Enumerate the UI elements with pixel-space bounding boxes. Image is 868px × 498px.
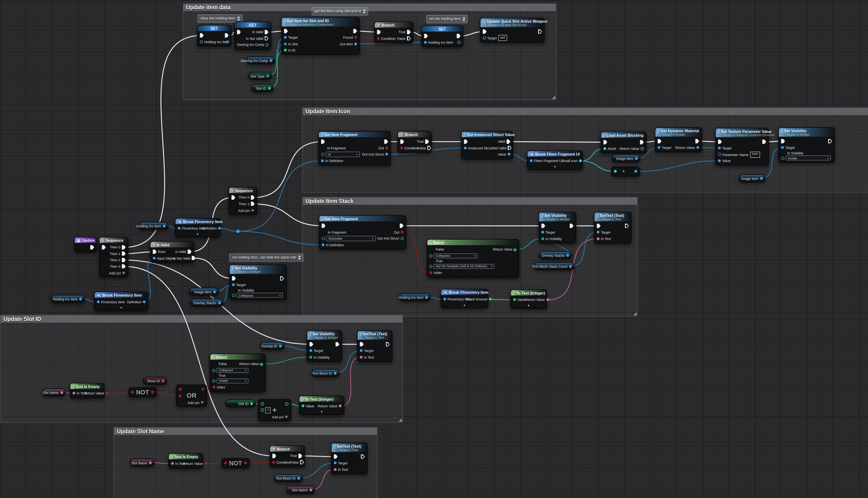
break-fitem-fragment-ui[interactable]: ≪Break FItem Fragment UIFItem Fragment U… [527,150,583,170]
out-pin[interactable] [401,231,404,234]
data-pin[interactable] [781,157,784,160]
dropdown[interactable]: Not Hit-Testable (Self & All Children)▾ [433,264,494,269]
exec-pin[interactable] [377,30,381,34]
in-slot-pin[interactable] [284,42,287,45]
false-pin[interactable] [407,36,411,41]
output-pin[interactable] [279,344,282,348]
data-pin[interactable] [634,170,637,173]
return-value-pin[interactable] [339,405,341,408]
return-value-pin[interactable] [204,462,207,465]
out-inst-struct-pin[interactable] [401,237,404,240]
pill-owning-inv-comp[interactable]: Owning Inv Comp [246,56,275,64]
exec-pin[interactable] [200,33,204,38]
output-pin[interactable] [569,265,572,268]
exec-pin[interactable] [464,139,468,144]
node-header[interactable]: ↱Branch [398,132,431,137]
in-id-pin[interactable] [284,49,287,52]
exec-pin[interactable] [237,30,241,34]
event-update[interactable]: ▣Update [74,237,97,252]
owning-inv-comp-pin[interactable] [265,43,269,46]
node-header[interactable]: ≡Sequence [100,237,128,243]
dropdown[interactable]: Collapsed▾ [433,253,478,259]
node-header[interactable]: ƒSetText (Text)Target is Text [332,443,367,452]
exec-pin[interactable] [102,245,106,250]
data-pin[interactable] [212,369,216,372]
node-header[interactable]: ƒTo Text (Integer) [300,396,344,402]
select-stack[interactable]: »SelectFalseReturn ValueCollapsed▾TrueNo… [427,239,519,278]
output-pin[interactable] [297,477,300,480]
data-pin[interactable] [614,170,617,173]
exec-pin[interactable] [272,454,276,458]
exec-pin[interactable] [153,250,157,254]
exec-pin[interactable] [604,140,607,145]
target-pin[interactable] [232,284,235,286]
holding-inv-item-pin[interactable] [200,40,203,43]
out-pin[interactable] [385,146,388,149]
condition-pin[interactable] [377,37,380,40]
target-pin[interactable] [360,349,363,352]
not-name[interactable]: NOT [222,458,250,468]
dropdown[interactable]: Collapsed▾ [236,293,283,298]
in-text-pin[interactable] [360,356,363,358]
branch-name[interactable]: ↱BranchTrueConditionFalse [270,446,305,467]
data-pin[interactable] [429,254,432,258]
exec-pin[interactable] [360,342,364,347]
pill-image-item-2[interactable]: Image Item [739,174,766,182]
exec-pin[interactable] [321,139,325,144]
valid-pin[interactable] [507,139,510,144]
in-text-pin[interactable] [334,468,337,471]
data-pin[interactable] [179,388,182,391]
exec-pin[interactable] [231,195,235,200]
not-valid-pin[interactable] [508,146,511,150]
is-valid[interactable]: ?Is ValidExecIs ValidInput ObjectIs Not … [150,241,194,263]
get-item-for-slot-and-id[interactable]: ƒGet Item for Slot and IDTarget is Inven… [281,17,360,55]
not-id[interactable]: NOT [128,387,157,397]
exec-pin[interactable] [400,224,403,228]
in-visibility-pin[interactable] [309,356,312,358]
pill-holding-inv-item-stack[interactable]: Holding Inv Item [399,293,431,301]
data-pin[interactable] [321,153,324,156]
then-3-pin[interactable] [122,264,126,269]
pill-image-item-mid[interactable]: Image Item [189,288,219,296]
exec-pin[interactable] [386,342,390,347]
get-instanced-struct-value[interactable]: ƒGet Instanced Struct ValueValidInstance… [461,131,513,159]
out-inst-struct-pin[interactable] [385,153,388,156]
add-pin-button[interactable]: Add pin⊕ [259,415,290,421]
add-pin-button[interactable]: Add pin⊕ [229,208,257,214]
or-id[interactable]: ORAdd pin⊕ [176,385,207,407]
return-value-pin[interactable] [641,147,644,150]
definition-pin[interactable] [218,227,221,230]
is-valid-pin[interactable] [187,250,192,254]
exec-pin[interactable] [335,342,339,347]
exec-pin[interactable] [90,245,94,250]
branch-top[interactable]: ↱BranchTrueConditionFalse [374,22,414,43]
exec-pin[interactable] [718,140,722,144]
target-pin[interactable] [597,231,600,234]
reroute-node[interactable] [236,230,240,233]
add-pin-button[interactable]: Add pin⊕ [177,400,207,406]
pill-image-item-1[interactable]: Image Item [612,154,640,162]
node-header[interactable]: ↱Branch [375,22,413,28]
in-text-pin[interactable] [171,462,174,465]
in-text-pin[interactable] [597,237,600,240]
node-header[interactable]: ◇Update Quick Slot Active WeaponTarget i… [481,18,544,27]
text-is-empty-name[interactable]: ƒText Is EmptyIn TextReturn Value [168,453,203,468]
node-header[interactable]: »Select [210,354,265,360]
condition-pin[interactable] [272,461,275,464]
exec-pin[interactable] [309,342,313,347]
data-pin[interactable] [202,388,204,391]
exec-pin[interactable] [828,139,832,144]
value-box[interactable]: 1 [265,407,271,413]
add-node[interactable]: +1Add pin⊕ [258,399,291,421]
add-pin-button[interactable]: Add pin⊕ [100,271,128,277]
exec-pin[interactable] [334,454,338,459]
expand-chevron-icon[interactable]: ▾ [528,165,582,169]
data-pin[interactable] [131,391,134,394]
finventory-item-pin[interactable] [178,227,180,230]
return-value-pin[interactable] [696,146,699,149]
is-not-valid-pin[interactable] [192,256,195,260]
exec-pin[interactable] [400,139,404,144]
exec-pin[interactable] [232,276,236,281]
then-0-pin[interactable] [122,245,126,250]
asset-pin[interactable] [604,147,606,150]
